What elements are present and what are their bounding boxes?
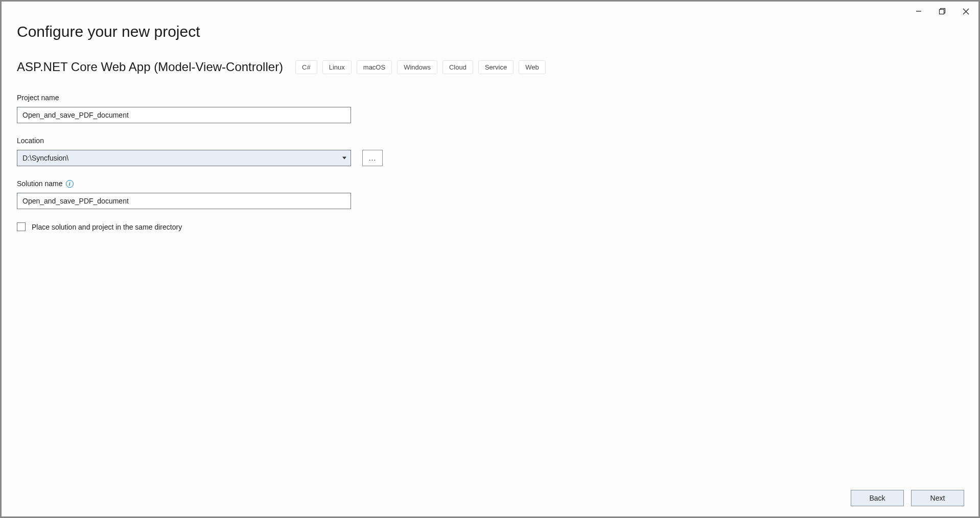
tag-csharp: C# <box>295 60 317 74</box>
maximize-icon[interactable] <box>937 6 948 17</box>
same-directory-row: Place solution and project in the same d… <box>17 222 963 231</box>
project-name-group: Project name <box>17 94 963 123</box>
footer-buttons: Back Next <box>851 490 964 506</box>
tag-cloud: Cloud <box>442 60 473 74</box>
solution-name-group: Solution name i <box>17 179 963 209</box>
template-title: ASP.NET Core Web App (Model-View-Control… <box>17 60 283 74</box>
chevron-down-icon <box>342 157 346 160</box>
window-controls <box>913 6 971 17</box>
page-title: Configure your new project <box>17 23 963 40</box>
subtitle-row: ASP.NET Core Web App (Model-View-Control… <box>17 60 963 74</box>
tag-service: Service <box>478 60 514 74</box>
solution-name-label-text: Solution name <box>17 179 63 188</box>
next-button[interactable]: Next <box>911 490 964 506</box>
info-icon[interactable]: i <box>66 180 74 188</box>
browse-button[interactable]: ... <box>362 150 383 166</box>
same-directory-label: Place solution and project in the same d… <box>32 223 182 231</box>
content-area: Configure your new project ASP.NET Core … <box>2 2 978 231</box>
same-directory-checkbox[interactable] <box>17 222 26 231</box>
project-name-label: Project name <box>17 94 963 102</box>
svg-rect-2 <box>940 10 944 14</box>
location-value: D:\Syncfusion\ <box>22 154 68 162</box>
tag-list: C# Linux macOS Windows Cloud Service Web <box>295 60 546 74</box>
solution-name-label: Solution name i <box>17 179 963 188</box>
project-name-input[interactable] <box>17 107 351 123</box>
location-combobox[interactable]: D:\Syncfusion\ <box>17 150 351 166</box>
location-group: Location D:\Syncfusion\ ... <box>17 137 963 166</box>
tag-web: Web <box>519 60 546 74</box>
close-icon[interactable] <box>960 6 971 17</box>
location-label: Location <box>17 137 963 145</box>
tag-linux: Linux <box>322 60 352 74</box>
solution-name-input[interactable] <box>17 193 351 209</box>
back-button[interactable]: Back <box>851 490 904 506</box>
tag-macos: macOS <box>357 60 392 74</box>
minimize-icon[interactable] <box>913 6 924 17</box>
tag-windows: Windows <box>397 60 437 74</box>
